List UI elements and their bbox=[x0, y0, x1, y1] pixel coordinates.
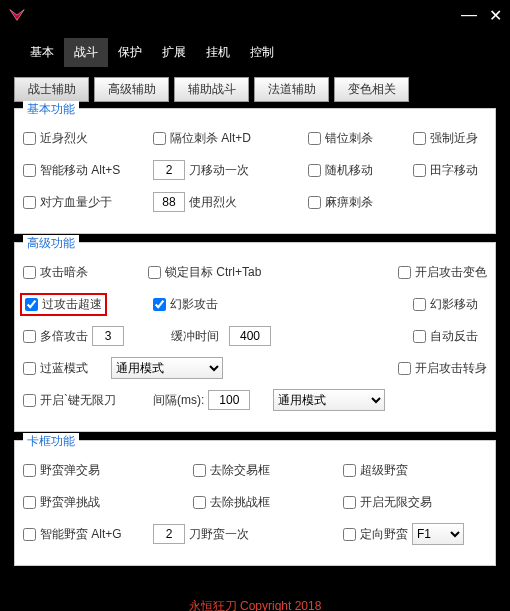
gap-stab-checkbox[interactable]: 隔位刺杀 Alt+D bbox=[153, 130, 251, 147]
wild-trade-checkbox[interactable]: 野蛮弹交易 bbox=[23, 462, 100, 479]
knife-once-label: 刀移动一次 bbox=[189, 162, 249, 179]
panel-advanced: 高级功能 攻击暗杀 锁定目标 Ctrl+Tab 开启攻击变色 过攻击超速 幻影攻… bbox=[14, 242, 496, 432]
subtab-mage[interactable]: 法道辅助 bbox=[254, 77, 329, 102]
subtab-advanced[interactable]: 高级辅助 bbox=[94, 77, 169, 102]
auto-counter-checkbox[interactable]: 自动反击 bbox=[413, 328, 478, 345]
smart-wild-checkbox[interactable]: 智能野蛮 Alt+G bbox=[23, 526, 122, 543]
unlim-mode-select[interactable]: 通用模式 bbox=[273, 389, 385, 411]
multi-attack-checkbox[interactable]: 多倍攻击 bbox=[23, 328, 88, 345]
smart-move-checkbox[interactable]: 智能移动 Alt+S bbox=[23, 162, 120, 179]
app-logo-icon bbox=[8, 6, 26, 24]
dark-attack-checkbox[interactable]: 攻击暗杀 bbox=[23, 264, 88, 281]
buffer-time-label: 缓冲时间 bbox=[171, 328, 219, 345]
footer-text: 永恒狂刀 Copyright 2018 bbox=[0, 574, 510, 611]
open-unlim-trade-checkbox[interactable]: 开启无限交易 bbox=[343, 494, 432, 511]
direct-wild-key-select[interactable]: F1 bbox=[412, 523, 464, 545]
interval-input[interactable] bbox=[208, 390, 250, 410]
smart-move-input[interactable] bbox=[153, 160, 185, 180]
wild-challenge-checkbox[interactable]: 野蛮弹挑战 bbox=[23, 494, 100, 511]
tab-basic[interactable]: 基本 bbox=[20, 38, 64, 67]
tab-control[interactable]: 控制 bbox=[240, 38, 284, 67]
panel-stuck-title: 卡框功能 bbox=[23, 433, 79, 450]
tab-hook[interactable]: 挂机 bbox=[196, 38, 240, 67]
tian-move-checkbox[interactable]: 田字移动 bbox=[413, 162, 478, 179]
tab-combat[interactable]: 战斗 bbox=[64, 38, 108, 67]
multi-attack-input[interactable] bbox=[92, 326, 124, 346]
tab-protect[interactable]: 保护 bbox=[108, 38, 152, 67]
near-fire-checkbox[interactable]: 近身烈火 bbox=[23, 130, 88, 147]
panel-basic-title: 基本功能 bbox=[23, 101, 79, 118]
super-wild-checkbox[interactable]: 超级野蛮 bbox=[343, 462, 408, 479]
close-button[interactable]: ✕ bbox=[489, 6, 502, 25]
panel-basic: 基本功能 近身烈火 隔位刺杀 Alt+D 错位刺杀 强制近身 智能移动 Alt+… bbox=[14, 108, 496, 234]
tab-extend[interactable]: 扩展 bbox=[152, 38, 196, 67]
force-near-checkbox[interactable]: 强制近身 bbox=[413, 130, 478, 147]
open-unlim-checkbox[interactable]: 开启`键无限刀 bbox=[23, 392, 116, 409]
panel-advanced-title: 高级功能 bbox=[23, 235, 79, 252]
buffer-time-input[interactable] bbox=[229, 326, 271, 346]
open-color-checkbox[interactable]: 开启攻击变色 bbox=[398, 264, 487, 281]
use-fire-label: 使用烈火 bbox=[189, 194, 237, 211]
title-bar: — ✕ bbox=[0, 0, 510, 30]
subtab-assist[interactable]: 辅助战斗 bbox=[174, 77, 249, 102]
over-speed-checkbox[interactable]: 过攻击超速 bbox=[25, 296, 102, 313]
phantom-attack-checkbox[interactable]: 幻影攻击 bbox=[153, 296, 218, 313]
hp-less-checkbox[interactable]: 对方血量少于 bbox=[23, 194, 112, 211]
remove-challenge-checkbox[interactable]: 去除挑战框 bbox=[193, 494, 270, 511]
random-move-checkbox[interactable]: 随机移动 bbox=[308, 162, 373, 179]
main-tabs: 基本 战斗 保护 扩展 挂机 控制 bbox=[0, 30, 510, 77]
subtab-color[interactable]: 变色相关 bbox=[334, 77, 409, 102]
minimize-button[interactable]: — bbox=[461, 6, 477, 25]
open-turn-checkbox[interactable]: 开启攻击转身 bbox=[398, 360, 487, 377]
knife-wild-once-label: 刀野蛮一次 bbox=[189, 526, 249, 543]
wrong-stab-checkbox[interactable]: 错位刺杀 bbox=[308, 130, 373, 147]
direct-wild-checkbox[interactable]: 定向野蛮 bbox=[343, 526, 408, 543]
smart-wild-input[interactable] bbox=[153, 524, 185, 544]
panel-stuck: 卡框功能 野蛮弹交易 去除交易框 超级野蛮 野蛮弹挑战 去除挑战框 开启无限交易… bbox=[14, 440, 496, 566]
over-blue-checkbox[interactable]: 过蓝模式 bbox=[23, 360, 88, 377]
subtab-warrior[interactable]: 战士辅助 bbox=[14, 77, 89, 102]
paralyze-checkbox[interactable]: 麻痹刺杀 bbox=[308, 194, 373, 211]
interval-label: 间隔(ms): bbox=[153, 392, 204, 409]
phantom-move-checkbox[interactable]: 幻影移动 bbox=[413, 296, 478, 313]
hp-less-input[interactable] bbox=[153, 192, 185, 212]
lock-target-checkbox[interactable]: 锁定目标 Ctrl+Tab bbox=[148, 264, 261, 281]
remove-trade-checkbox[interactable]: 去除交易框 bbox=[193, 462, 270, 479]
over-blue-mode-select[interactable]: 通用模式 bbox=[111, 357, 223, 379]
